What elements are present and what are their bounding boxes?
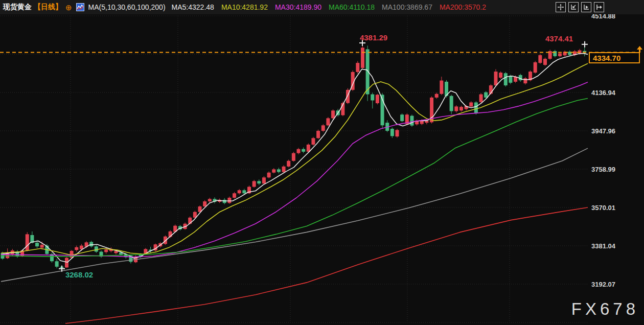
extreme-markers-layer [59,40,588,272]
candle [272,169,275,172]
symbol-title: 现货黄金 [3,3,32,12]
ma-line-ma60 [1,99,588,257]
candle [297,149,301,153]
candle [390,129,394,136]
candle [494,72,498,85]
chart-header: 现货黄金 【日线】 ⊕ MA(5,10,30,60,100,200) MA5:4… [0,0,644,14]
candle [509,76,512,82]
crosshair-move-icon[interactable] [556,2,566,12]
candle [242,190,246,193]
ma-legend-item: MA200:3570.2 [440,3,486,11]
candle [499,73,502,78]
zoom-in-icon[interactable] [581,2,591,12]
candle [35,243,39,246]
candle [326,118,330,125]
candle [26,234,29,250]
candle [410,116,413,126]
ma-legend-item: MA100:3869.67 [382,3,432,11]
candle [479,95,483,102]
candle [233,193,236,198]
candle [400,114,404,121]
candle [504,73,508,85]
price-annotation: 3268.02 [65,270,93,279]
candle [208,199,212,201]
candle [543,59,547,65]
candle [75,247,78,250]
candle [287,161,290,167]
ma-lines-layer [1,53,588,323]
candle [321,125,325,131]
candle [538,55,542,63]
candle [302,149,305,152]
candle [371,95,374,101]
candle [435,94,439,98]
candle [459,107,463,110]
ma-legend: MA5:4322.48MA10:4281.92MA30:4189.90MA60:… [172,3,486,11]
candle [277,169,281,172]
ma-legend-item: MA30:4189.90 [275,3,321,11]
zoom-out-icon[interactable] [568,2,579,12]
ma-legend-item: MA60:4110.18 [329,3,375,11]
candle [484,92,488,98]
candle [361,48,364,68]
chart-toolbar [556,2,604,12]
candle [70,251,74,258]
period-label: 【日线】 [34,3,62,12]
candle [440,81,443,94]
candle [307,145,310,152]
ma-legend-item: MA10:4281.92 [221,3,268,11]
candle [311,138,315,145]
candle [65,258,68,267]
candle [238,190,241,193]
candle [454,106,458,111]
candle [89,242,93,246]
chart-type-icon[interactable] [76,3,84,11]
candle [262,177,266,183]
y-axis-label: 4136.94 [591,89,616,97]
candle [40,245,44,248]
candle [203,201,206,206]
candle [356,63,359,72]
candle [425,121,428,123]
candle [282,167,286,172]
candle [450,96,453,111]
candle [267,173,271,178]
price-annotation: 4381.29 [360,33,387,42]
candle [164,237,167,244]
ma-legend-item: MA5:4322.48 [172,3,214,11]
candle [257,181,261,183]
candle [114,251,118,253]
candle [316,131,320,138]
candle [553,51,557,56]
current-price-tag: 4334.70 [589,52,640,63]
y-axis-label: 3758.99 [591,166,615,173]
candle [292,153,295,161]
candle [376,95,379,103]
candle [558,53,562,56]
candle [396,130,399,136]
candle [331,110,335,118]
candle [252,181,256,187]
y-axis-label: 3570.01 [591,204,615,212]
price-annotation: 4374.41 [545,34,573,43]
indicator-label: MA(5,10,30,60,100,200) [88,3,166,11]
watermark: FX678 [571,299,639,319]
candle [227,198,231,203]
y-axis-label: 3381.04 [591,242,616,250]
pan-right-icon[interactable] [594,2,604,12]
candle [104,250,108,252]
y-axis-label: 3192.07 [591,281,615,288]
candle [474,102,478,113]
ma-line-ma30 [1,82,588,257]
y-axis-label: 3947.96 [591,127,615,135]
candlestick-chart[interactable]: 4514.884325.914136.943947.963758.993570.… [0,0,644,325]
ma-line-ma100 [1,148,588,282]
candle [469,102,473,106]
candle [534,62,537,73]
candle [55,261,59,267]
gold-daily-chart-app: 现货黄金 【日线】 ⊕ MA(5,10,30,60,100,200) MA5:4… [0,0,644,325]
circle-plus-icon[interactable]: ⊕ [65,4,72,11]
